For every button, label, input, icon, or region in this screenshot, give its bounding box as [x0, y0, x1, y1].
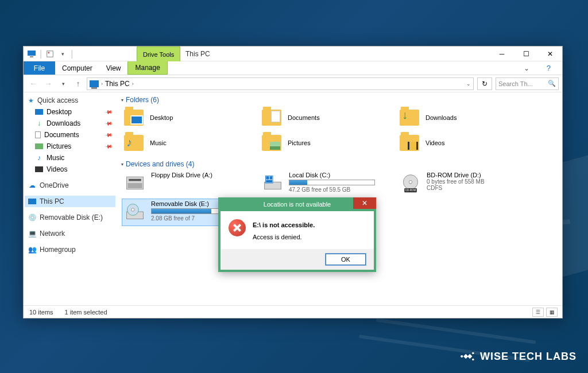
breadcrumb[interactable]: This PC [105, 80, 130, 88]
drive-sublabel2: CDFS [427, 185, 529, 191]
drive-tools-tab[interactable]: Drive Tools [137, 46, 180, 61]
details-view-button[interactable]: ☰ [532, 308, 544, 317]
close-button[interactable]: ✕ [538, 46, 562, 61]
drive-floppy-a[interactable]: Floppy Disk Drive (A:) [122, 170, 254, 197]
sidebar-item-desktop[interactable]: Desktop [25, 106, 115, 118]
up-button[interactable]: ↑ [72, 77, 84, 90]
refresh-button[interactable]: ↻ [477, 77, 492, 90]
search-placeholder: Search Th... [498, 80, 533, 87]
sidebar-item-label: Homegroup [40, 246, 76, 254]
sidebar-item-label: Desktop [47, 108, 72, 116]
error-dialog: Location is not available ✕ E:\ is not a… [218, 197, 376, 272]
svg-rect-1 [30, 56, 33, 57]
tab-computer[interactable]: Computer [55, 61, 99, 75]
watermark-text: WISE TECH LABS [480, 351, 577, 363]
tile-label: Music [150, 139, 167, 146]
qat-divider: | [71, 49, 73, 59]
tab-view[interactable]: View [99, 61, 128, 75]
sidebar-onedrive[interactable]: ☁OneDrive [25, 180, 115, 191]
search-box[interactable]: Search Th... 🔍 [496, 77, 559, 90]
tile-label: Videos [425, 139, 444, 146]
folder-documents[interactable]: Documents [260, 106, 392, 129]
dialog-titlebar[interactable]: Location is not available ✕ [218, 197, 376, 211]
status-bar: 10 items 1 item selected ☰ ▦ [24, 305, 562, 318]
sidebar-quick-access[interactable]: ★ Quick access [25, 95, 115, 106]
chevron-right-icon[interactable]: › [132, 81, 134, 87]
removable-disk-icon [123, 200, 146, 223]
sidebar-item-videos[interactable]: Videos [25, 164, 115, 175]
sidebar-homegroup[interactable]: 👥Homegroup [25, 244, 115, 255]
icons-view-button[interactable]: ▦ [546, 308, 558, 317]
watermark-logo: WISE TECH LABS [459, 348, 577, 364]
sidebar-item-label: This PC [40, 197, 64, 205]
svg-point-21 [472, 359, 474, 361]
folder-videos[interactable]: Videos [398, 131, 530, 154]
folders-grid: Desktop Documents Downloads Music Pictur… [122, 106, 556, 154]
sidebar-removable-disk[interactable]: 💿Removable Disk (E:) [25, 212, 115, 223]
section-label: Folders (6) [126, 96, 159, 104]
sidebar-network[interactable]: 💻Network [25, 228, 115, 239]
drive-local-c[interactable]: Local Disk (C:) 47.2 GB free of 59.5 GB [260, 170, 392, 197]
document-icon [35, 131, 41, 138]
properties-icon[interactable] [45, 49, 55, 59]
address-bar[interactable]: › This PC › ⌄ [87, 77, 474, 90]
status-selected-count: 1 item selected [65, 309, 107, 316]
sidebar-item-pictures[interactable]: Pictures [25, 141, 115, 152]
sidebar-item-label: OneDrive [40, 181, 69, 189]
error-icon [229, 219, 246, 236]
minimize-button[interactable]: ─ [490, 46, 514, 61]
folders-header[interactable]: ▾Folders (6) [121, 96, 556, 104]
logo-icon [459, 348, 475, 364]
dialog-ok-button[interactable]: OK [326, 254, 366, 265]
pc-icon [27, 49, 36, 59]
drives-header[interactable]: ▾Devices and drives (4) [121, 160, 556, 168]
sidebar-this-pc[interactable]: This PC [25, 196, 115, 207]
status-item-count: 10 items [29, 309, 53, 316]
forward-button[interactable]: → [42, 77, 55, 90]
sidebar-item-music[interactable]: ♪Music [25, 152, 115, 164]
tab-manage[interactable]: Manage [127, 61, 167, 75]
pc-icon [28, 199, 36, 204]
svg-rect-11 [266, 180, 272, 183]
drive-bdrom-d[interactable]: CD-ROM BD-ROM Drive (D:) 0 bytes free of… [398, 170, 530, 197]
chevron-down-icon: ▾ [121, 162, 123, 167]
dialog-message: E:\ is not accessible. Access is denied. [253, 219, 315, 243]
dialog-close-button[interactable]: ✕ [353, 197, 376, 209]
folder-pictures[interactable]: Pictures [260, 131, 392, 154]
homegroup-icon: 👥 [28, 246, 36, 254]
svg-point-19 [461, 355, 463, 358]
svg-point-20 [472, 352, 474, 355]
dialog-line1: E:\ is not accessible. [253, 222, 315, 228]
window-title: This PC [185, 50, 210, 58]
sidebar-item-documents[interactable]: Documents [25, 129, 115, 141]
back-button[interactable]: ← [27, 77, 40, 90]
star-icon: ★ [28, 97, 34, 104]
videos-icon [35, 166, 43, 172]
navigation-bar: ← → ▾ ↑ › This PC › ⌄ ↻ Search Th... 🔍 [24, 75, 562, 92]
help-icon[interactable]: ? [540, 61, 558, 75]
ribbon-tabs: File Computer View Manage ⌄ ? [24, 61, 562, 75]
tab-file[interactable]: File [24, 61, 55, 75]
section-label: Devices and drives (4) [126, 160, 194, 168]
tile-label: Pictures [288, 139, 311, 146]
ribbon-collapse-icon[interactable]: ⌄ [517, 61, 536, 75]
chevron-down-icon: ▾ [121, 98, 123, 103]
drive-label: Local Disk (C:) [289, 172, 391, 178]
folder-desktop[interactable]: Desktop [122, 106, 254, 129]
recent-dropdown-icon[interactable]: ▾ [57, 77, 69, 90]
qat-chevron-down-icon[interactable]: ▾ [58, 49, 67, 59]
maximize-button[interactable]: ☐ [514, 46, 538, 61]
pictures-icon [35, 143, 43, 149]
tile-label: Desktop [150, 114, 173, 121]
folder-downloads[interactable]: Downloads [398, 106, 530, 129]
svg-point-18 [131, 208, 134, 211]
address-dropdown-icon[interactable]: ⌄ [466, 81, 471, 87]
sidebar-item-label: Network [40, 230, 65, 238]
svg-point-13 [409, 181, 412, 184]
titlebar[interactable]: | ▾ | Drive Tools This PC ─ ☐ ✕ [24, 46, 562, 61]
sidebar-item-downloads[interactable]: ↓Downloads [25, 118, 115, 129]
folder-music[interactable]: Music [122, 131, 254, 154]
network-icon: 💻 [28, 230, 36, 238]
drive-label: BD-ROM Drive (D:) [427, 172, 529, 178]
search-icon: 🔍 [548, 80, 556, 87]
